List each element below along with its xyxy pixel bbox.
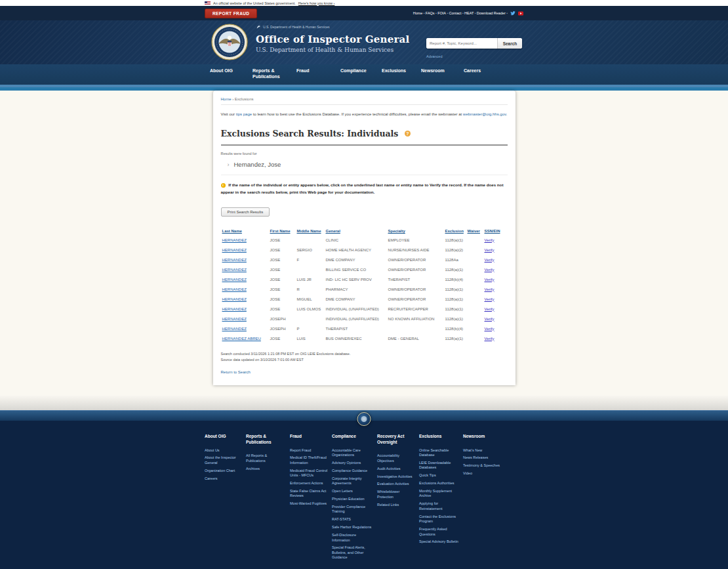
verify-link[interactable]: Verify (485, 317, 495, 321)
footer-column-newsroom: NewsroomWhat's NewNews ReleasesTestimony… (463, 434, 503, 563)
return-to-search-link[interactable]: Return to Search (221, 370, 251, 374)
footer-link-leie-downloadable-databases[interactable]: LEIE Downloadable Databases (419, 461, 460, 471)
verify-link[interactable]: Verify (485, 327, 495, 331)
source-updated-text: Source data updated on 3/10/2026 7:01:00… (221, 358, 304, 362)
search-button[interactable]: Search (497, 38, 522, 49)
breadcrumb-home-link[interactable]: Home (221, 97, 232, 101)
footer-link-medical-id-theft-fraud-information[interactable]: Medical ID Theft/Fraud Information (290, 455, 329, 465)
footer-link-enforcement-actions[interactable]: Enforcement Actions (290, 481, 329, 486)
utility-link-download-reader[interactable]: Download Reader (477, 11, 506, 15)
nav-item-newsroom[interactable]: Newsroom (421, 68, 464, 80)
last-name-link[interactable]: HERNANDEZ (222, 287, 247, 291)
footer-link-open-letters[interactable]: Open Letters (332, 489, 374, 494)
search-input[interactable] (426, 38, 497, 49)
twitter-icon[interactable] (510, 11, 516, 16)
footer-link-archives[interactable]: Archives (246, 467, 287, 471)
report-fraud-button[interactable]: REPORT FRAUD (205, 9, 257, 18)
youtube-icon[interactable] (518, 11, 523, 16)
webmaster-email-link[interactable]: webmaster@oig.hhs.gov (463, 112, 506, 116)
verify-link[interactable]: Verify (485, 258, 495, 262)
footer-link-corporate-integrity-agreements[interactable]: Corporate Integrity Agreements (332, 476, 374, 486)
verify-link[interactable]: Verify (485, 238, 495, 242)
advanced-search-link[interactable]: Advanced (426, 54, 442, 58)
footer-link-all-reports-publications[interactable]: All Reports & Publications (246, 453, 287, 463)
column-sort-link-specialty[interactable]: Specialty (388, 229, 405, 233)
footer-link-contact-the-exclusions-program[interactable]: Contact the Exclusions Program (419, 515, 460, 524)
footer-link-accountable-care-organizations[interactable]: Accountable Care Organizations (332, 448, 374, 458)
last-name-link[interactable]: HERNANDEZ (222, 258, 247, 262)
footer-link-audit-activities[interactable]: Audit Activities (377, 467, 416, 471)
footer-link-most-wanted-fugitives[interactable]: Most-Wanted Fugitives (290, 501, 329, 506)
verify-link[interactable]: Verify (485, 287, 495, 291)
how-you-know-link[interactable]: Here's how you know › (298, 1, 334, 5)
utility-link-contact[interactable]: Contact (449, 11, 462, 15)
last-name-link[interactable]: HERNANDEZ (222, 327, 247, 331)
footer-link-special-advisory-bulletin[interactable]: Special Advisory Bulletin (419, 539, 460, 544)
footer-link-what-s-new[interactable]: What's New (463, 448, 500, 453)
footer-link-self-disclosure-information[interactable]: Self-Disclosure Information (332, 533, 374, 543)
footer-link-medicaid-fraud-control-units-mfcus[interactable]: Medicaid Fraud Control Units - MFCUs (290, 469, 329, 478)
verify-link[interactable]: Verify (485, 297, 495, 301)
footer-link-careers[interactable]: Careers (205, 476, 243, 481)
column-sort-link-exclusion[interactable]: Exclusion (445, 229, 464, 233)
verify-link[interactable]: Verify (485, 278, 495, 282)
last-name-link[interactable]: HERNANDEZ (222, 248, 247, 252)
nav-item-about-oig[interactable]: About OIG (210, 68, 253, 80)
column-sort-link-general[interactable]: General (326, 229, 340, 233)
nav-item-fraud[interactable]: Fraud (296, 68, 340, 80)
last-name-link[interactable]: HERNANDEZ (222, 297, 247, 301)
footer-link-investigative-activities[interactable]: Investigative Activities (377, 474, 416, 479)
footer-link-rat-stats[interactable]: RAT-STATS (332, 517, 374, 522)
nav-item-compliance[interactable]: Compliance (340, 68, 382, 80)
footer-link-organization-chart[interactable]: Organization Chart (205, 469, 243, 473)
help-icon[interactable]: ? (405, 131, 411, 137)
footer-link-online-searchable-database[interactable]: Online Searchable Database (419, 448, 460, 458)
utility-link-heat[interactable]: HEAT (464, 11, 474, 15)
footer-link-evaluation-activities[interactable]: Evaluation Activities (377, 482, 416, 486)
footer-link-quick-tips[interactable]: Quick Tips (419, 473, 460, 478)
tips-page-link[interactable]: tips page (236, 112, 252, 116)
footer-link-monthly-supplement-archive[interactable]: Monthly Supplement Archive (419, 489, 460, 499)
verify-link[interactable]: Verify (485, 248, 495, 252)
last-name-link[interactable]: HERNANDEZ ABREU (222, 337, 261, 341)
verify-link[interactable]: Verify (485, 268, 495, 272)
footer-link-testimony-speeches[interactable]: Testimony & Speeches (463, 463, 500, 468)
column-sort-link-middle-name[interactable]: Middle Name (297, 229, 321, 233)
last-name-link[interactable]: HERNANDEZ (222, 317, 247, 321)
last-name-link[interactable]: HERNANDEZ (222, 238, 247, 242)
footer-link-video[interactable]: Video (463, 471, 500, 476)
nav-item-reports-publications[interactable]: Reports & Publications (253, 68, 296, 80)
print-search-results-button[interactable]: Print Search Results (221, 207, 270, 217)
footer-link-state-false-claims-act-reviews[interactable]: State False Claims Act Reviews (290, 489, 329, 499)
footer-link-accountability-objectives[interactable]: Accountability Objectives (377, 453, 416, 463)
nav-item-careers[interactable]: Careers (464, 68, 481, 80)
nav-item-exclusions[interactable]: Exclusions (382, 68, 421, 80)
column-sort-link-waiver[interactable]: Waiver (468, 229, 480, 233)
verify-link[interactable]: Verify (485, 337, 495, 341)
footer-link-provider-compliance-training[interactable]: Provider Compliance Training (332, 505, 374, 515)
last-name-link[interactable]: HERNANDEZ (222, 278, 247, 282)
footer-link-report-fraud[interactable]: Report Fraud (290, 448, 329, 453)
footer-link-physician-education[interactable]: Physician Education (332, 497, 374, 501)
column-sort-link-first-name[interactable]: First Name (270, 229, 291, 233)
footer-link-applying-for-reinstatement[interactable]: Applying for Reinstatement (419, 501, 460, 511)
footer-link-advisory-opinions[interactable]: Advisory Opinions (332, 461, 374, 465)
footer-link-related-links[interactable]: Related Links (377, 503, 416, 507)
footer-link-whistleblower-protection[interactable]: Whistleblower Protection (377, 490, 416, 499)
footer-link-about-the-inspector-general[interactable]: About the Inspector General (205, 455, 243, 465)
utility-link-faqs[interactable]: FAQs (426, 11, 435, 15)
verify-link[interactable]: Verify (485, 307, 495, 311)
footer-link-exclusions-authorities[interactable]: Exclusions Authorities (419, 481, 460, 486)
footer-link-special-fraud-alerts-bulletins-and-other-guidance[interactable]: Special Fraud Alerts, Bulletins, and Oth… (332, 545, 374, 560)
footer-link-news-releases[interactable]: News Releases (463, 455, 500, 460)
utility-link-foia[interactable]: FOIA (437, 11, 446, 15)
footer-link-compliance-guidance[interactable]: Compliance Guidance (332, 469, 374, 473)
column-sort-link-last-name[interactable]: Last Name (222, 229, 242, 233)
footer-link-frequently-asked-questions[interactable]: Frequently Asked Questions (419, 527, 460, 537)
footer-link-about-us[interactable]: About Us (205, 448, 243, 453)
utility-link-home[interactable]: Home (413, 11, 423, 15)
footer-link-safe-harbor-regulations[interactable]: Safe Harbor Regulations (332, 525, 374, 530)
last-name-link[interactable]: HERNANDEZ (222, 307, 247, 311)
last-name-link[interactable]: HERNANDEZ (222, 268, 247, 272)
column-sort-link-ssn-ein[interactable]: SSN/EIN (485, 229, 500, 233)
